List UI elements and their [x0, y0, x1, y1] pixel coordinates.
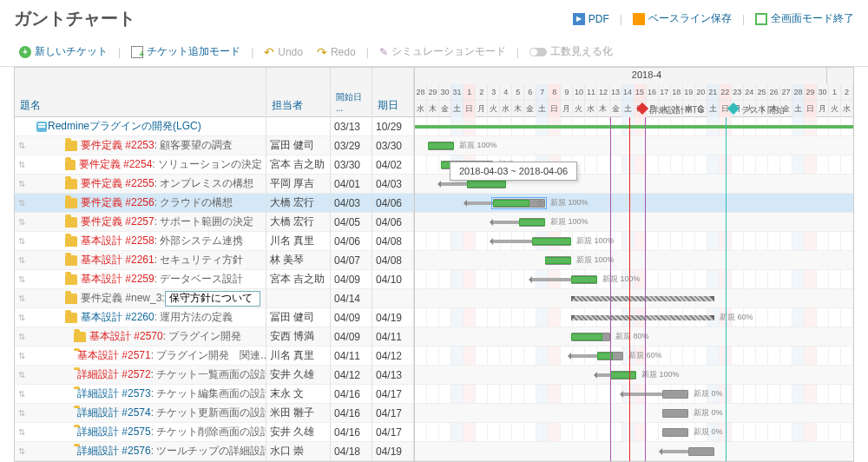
assignee-cell[interactable]: 安井 久雄 [266, 366, 330, 385]
gantt-row[interactable]: 新規 100% [415, 136, 853, 155]
add-ticket-mode-button[interactable]: チケット追加モード [126, 43, 246, 61]
subject-cell[interactable]: ⇅詳細設計 #2575: チケット削除画面の設計 [15, 423, 266, 442]
gantt-row[interactable] [415, 442, 853, 461]
assignee-cell[interactable]: 宮本 吉之助 [266, 155, 330, 175]
due-date-cell[interactable]: 04/08 [372, 251, 413, 270]
drag-handle[interactable]: ⇅ [18, 179, 25, 188]
start-date-cell[interactable]: 04/16 [331, 404, 372, 423]
subject-cell[interactable]: ⇅基本設計 #2261: セキュリティ方針 [15, 251, 266, 270]
assignee-cell[interactable]: 安井 久雄 [266, 423, 330, 442]
effort-toggle-button[interactable]: 工数見える化 [524, 43, 618, 61]
gantt-row[interactable]: 新規 60% [415, 346, 853, 366]
due-date-cell[interactable]: 10/29 [372, 117, 413, 136]
assignee-cell[interactable] [266, 289, 330, 308]
due-date-cell[interactable]: 04/17 [372, 404, 413, 423]
col-header-due[interactable]: 期日 [372, 68, 413, 117]
drag-handle[interactable]: ⇅ [18, 332, 25, 341]
due-date-cell[interactable]: 04/19 [372, 308, 413, 327]
assignee-cell[interactable]: 安西 博満 [266, 327, 330, 346]
drag-handle[interactable]: ⇅ [18, 427, 25, 437]
drag-handle[interactable]: ⇅ [18, 141, 25, 150]
due-date-cell[interactable]: 04/11 [372, 327, 413, 346]
assignee-cell[interactable]: 大橋 宏行 [266, 194, 330, 213]
simulation-mode-button[interactable]: ✎シミュレーションモード [374, 43, 511, 61]
assignee-cell[interactable]: 末永 文 [266, 385, 330, 404]
subject-cell[interactable]: ⇅詳細設計 #2572: チケット一覧画面の設計 [15, 366, 266, 385]
gantt-row[interactable]: 新規 100% [415, 213, 853, 232]
gantt-row[interactable]: 新規 100% [415, 232, 853, 251]
start-date-cell[interactable]: 04/12 [331, 366, 372, 385]
gantt-bar[interactable] [662, 409, 688, 418]
start-date-cell[interactable]: 04/01 [331, 175, 372, 194]
subject-cell[interactable]: ⇅要件定義 #2253: 顧客要望の調査 [15, 136, 266, 155]
gantt-row[interactable]: 新規 0% [415, 404, 853, 423]
start-date-cell[interactable]: 04/05 [331, 213, 372, 232]
start-date-cell[interactable]: 04/18 [331, 442, 372, 461]
due-date-cell[interactable]: 04/03 [372, 175, 413, 194]
due-date-cell[interactable]: 04/10 [372, 270, 413, 289]
subject-cell[interactable]: ⇅詳細設計 #2574: チケット更新画面の設計 [15, 404, 266, 423]
start-date-cell[interactable]: 04/14 [331, 289, 372, 308]
gantt-bar[interactable] [662, 390, 688, 399]
drag-handle[interactable]: ⇅ [18, 217, 25, 227]
drag-handle[interactable]: ⇅ [18, 160, 25, 169]
gantt-row[interactable] [415, 117, 853, 136]
parent-bar[interactable] [571, 296, 714, 301]
gantt-row[interactable]: 新規 100% [415, 366, 853, 385]
subject-cell[interactable]: ⇅要件定義 #new_3: [15, 289, 266, 308]
drag-handle[interactable]: ⇅ [18, 446, 25, 456]
gantt-bar[interactable] [662, 428, 688, 437]
drag-handle[interactable]: ⇅ [18, 351, 25, 360]
baseline-save-link[interactable]: ベースライン保存 [633, 11, 732, 26]
assignee-cell[interactable]: 平岡 厚吉 [266, 175, 330, 194]
due-date-cell[interactable] [372, 289, 413, 308]
gantt-row[interactable]: 新規 100% [415, 270, 853, 289]
pdf-export-link[interactable]: ▶PDF [573, 13, 609, 25]
due-date-cell[interactable]: 04/19 [372, 442, 413, 461]
due-date-cell[interactable]: 04/06 [372, 213, 413, 232]
col-header-assignee[interactable]: 担当者 [266, 68, 330, 117]
gantt-row[interactable]: 新規 100% [415, 251, 853, 270]
parent-bar[interactable] [571, 315, 714, 320]
start-date-cell[interactable]: 04/16 [331, 423, 372, 442]
subject-cell[interactable]: ⇅要件定義 #2256: クラウドの構想 [15, 194, 266, 213]
start-date-cell[interactable]: 04/03 [331, 194, 372, 213]
drag-handle[interactable]: ⇅ [18, 236, 25, 246]
col-header-start[interactable]: 開始日 ... [331, 68, 372, 117]
start-date-cell[interactable]: 04/09 [331, 270, 372, 289]
drag-handle[interactable]: ⇅ [18, 408, 25, 418]
assignee-cell[interactable]: 米田 雛子 [266, 404, 330, 423]
due-date-cell[interactable]: 04/08 [372, 232, 413, 251]
due-date-cell[interactable]: 04/12 [372, 346, 413, 366]
redo-button[interactable]: ↷Redo [312, 43, 361, 61]
assignee-cell[interactable]: 冨田 健司 [266, 308, 330, 327]
undo-button[interactable]: ↶Undo [259, 43, 308, 61]
subject-cell[interactable]: ⇅基本設計 #2571: プラグイン開発 関連... [15, 346, 266, 366]
drag-handle[interactable]: ⇅ [18, 255, 25, 265]
due-date-cell[interactable]: 03/30 [372, 136, 413, 155]
due-date-cell[interactable]: 04/06 [372, 194, 413, 213]
start-date-cell[interactable]: 04/09 [331, 308, 372, 327]
start-date-cell[interactable]: 04/16 [331, 385, 372, 404]
assignee-cell[interactable]: 大橋 宏行 [266, 213, 330, 232]
project-bar[interactable] [415, 125, 853, 129]
gantt-row[interactable]: 新規 0% [415, 385, 853, 404]
subject-cell[interactable]: ⇅基本設計 #2259: データベース設計 [15, 270, 266, 289]
fullscreen-exit-link[interactable]: 全画面モード終了 [755, 11, 854, 26]
drag-handle[interactable]: ⇅ [18, 198, 25, 208]
subject-cell[interactable]: ⇅詳細設計 #2573: チケット編集画面の設計 [15, 385, 266, 404]
assignee-cell[interactable]: 冨田 健司 [266, 136, 330, 155]
due-date-cell[interactable]: 04/17 [372, 423, 413, 442]
subject-cell[interactable]: Redmineプラグインの開発(LGC) [15, 117, 266, 136]
assignee-cell[interactable]: 川名 真里 [266, 346, 330, 366]
subject-inline-edit[interactable] [165, 291, 260, 307]
due-date-cell[interactable]: 04/17 [372, 385, 413, 404]
assignee-cell[interactable]: 宮本 吉之助 [266, 270, 330, 289]
due-date-cell[interactable]: 04/13 [372, 366, 413, 385]
assignee-cell[interactable]: 川名 真里 [266, 232, 330, 251]
start-date-cell[interactable]: 04/06 [331, 232, 372, 251]
start-date-cell[interactable]: 03/29 [331, 136, 372, 155]
drag-handle[interactable]: ⇅ [18, 274, 25, 284]
subject-cell[interactable]: ⇅要件定義 #2257: サポート範囲の決定 [15, 213, 266, 232]
subject-cell[interactable]: ⇅基本設計 #2258: 外部システム連携 [15, 232, 266, 251]
